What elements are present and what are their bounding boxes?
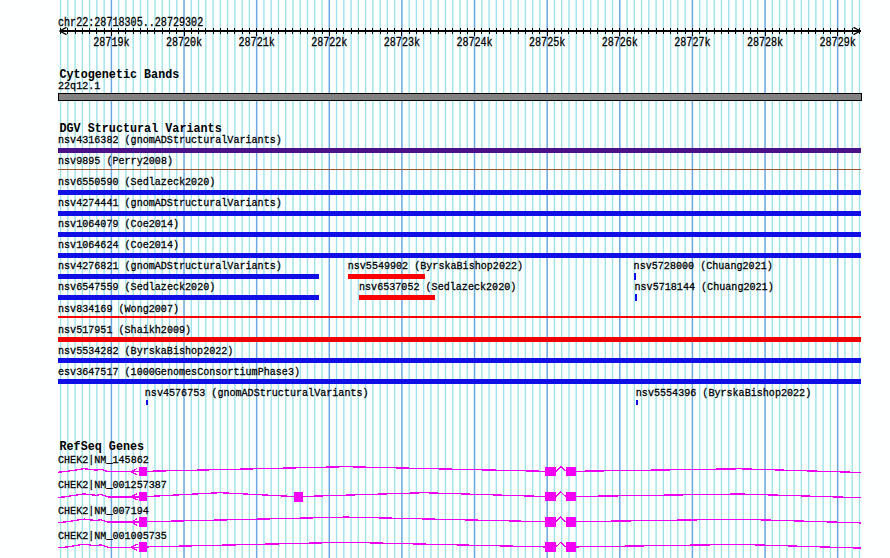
svg-text:nsv6547559 (Sedlazeck2020): nsv6547559 (Sedlazeck2020) <box>58 280 215 293</box>
svg-text:nsv517951 (Shaikh2009): nsv517951 (Shaikh2009) <box>58 323 191 336</box>
svg-text:28726k: 28726k <box>602 36 638 50</box>
svg-text:CHEK2|NM_001257387: CHEK2|NM_001257387 <box>58 478 167 491</box>
svg-text:nsv5554396 (ByrskaBishop2022): nsv5554396 (ByrskaBishop2022) <box>636 386 811 399</box>
svg-text:nsv5728000 (Chuang2021): nsv5728000 (Chuang2021) <box>634 259 773 272</box>
svg-text:nsv1064079 (Coe2014): nsv1064079 (Coe2014) <box>58 217 179 230</box>
svg-text:28728k: 28728k <box>747 36 783 50</box>
svg-text:CHEK2|NM_007194: CHEK2|NM_007194 <box>58 504 149 517</box>
svg-text:28725k: 28725k <box>529 36 565 50</box>
svg-text:nsv9895 (Perry2008): nsv9895 (Perry2008) <box>58 154 173 167</box>
svg-text:28719k: 28719k <box>93 36 129 50</box>
svg-text:chr22:28718305..28729302: chr22:28718305..28729302 <box>58 16 203 30</box>
svg-text:CHEK2|NM_145862: CHEK2|NM_145862 <box>58 453 149 466</box>
svg-text:22q12.1: 22q12.1 <box>58 79 100 92</box>
svg-text:28729k: 28729k <box>820 36 856 50</box>
svg-text:nsv4274441 (gnomADStructuralVa: nsv4274441 (gnomADStructuralVariants) <box>58 196 282 209</box>
svg-text:28720k: 28720k <box>166 36 202 50</box>
svg-text:28721k: 28721k <box>239 36 275 50</box>
svg-text:nsv834169 (Wong2007): nsv834169 (Wong2007) <box>58 302 179 315</box>
svg-text:nsv5534282 (ByrskaBishop2022): nsv5534282 (ByrskaBishop2022) <box>58 344 233 357</box>
svg-text:nsv1064624 (Coe2014): nsv1064624 (Coe2014) <box>58 238 179 251</box>
svg-text:nsv5549902 (ByrskaBishop2022): nsv5549902 (ByrskaBishop2022) <box>348 259 523 272</box>
svg-text:CHEK2|NM_001005735: CHEK2|NM_001005735 <box>58 529 167 542</box>
svg-text:esv3647517 (1000GenomesConsort: esv3647517 (1000GenomesConsortiumPhase3) <box>58 365 300 378</box>
svg-text:28727k: 28727k <box>674 36 710 50</box>
svg-text:nsv4576753 (gnomADStructuralVa: nsv4576753 (gnomADStructuralVariants) <box>145 386 369 399</box>
svg-text:28723k: 28723k <box>384 36 420 50</box>
svg-text:nsv5718144 (Chuang2021): nsv5718144 (Chuang2021) <box>635 280 774 293</box>
svg-text:nsv4276821 (gnomADStructuralVa: nsv4276821 (gnomADStructuralVariants) <box>58 259 282 272</box>
svg-text:nsv4316382 (gnomADStructuralVa: nsv4316382 (gnomADStructuralVariants) <box>58 133 282 146</box>
svg-text:nsv6537052 (Sedlazeck2020): nsv6537052 (Sedlazeck2020) <box>359 280 516 293</box>
svg-text:28722k: 28722k <box>311 36 347 50</box>
svg-text:28724k: 28724k <box>456 36 492 50</box>
svg-text:nsv6550590 (Sedlazeck2020): nsv6550590 (Sedlazeck2020) <box>58 175 215 188</box>
